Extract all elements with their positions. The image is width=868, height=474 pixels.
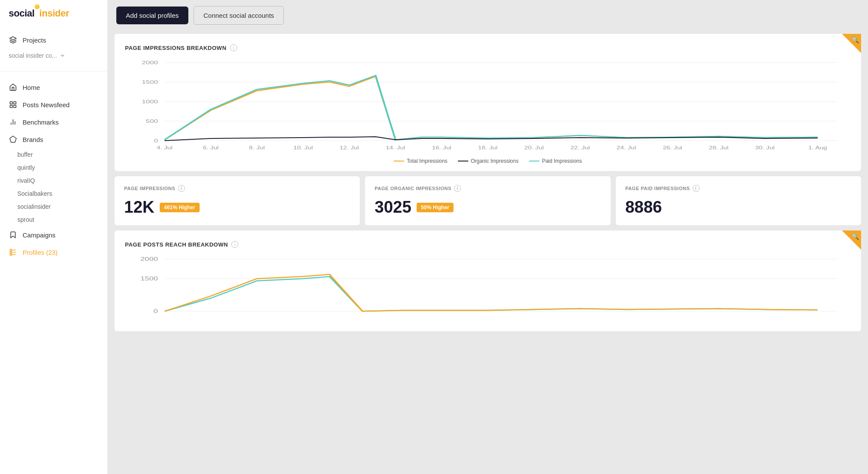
impressions-chart-area: 2000 1500 1000 500 0 4. Jul 6. Jul 8. Ju… <box>125 58 851 154</box>
brand-quintly[interactable]: quintly <box>9 161 107 174</box>
grid-icon <box>9 100 17 109</box>
brand-subitems: buffer quintly rivalIQ Socialbakers soci… <box>0 148 107 226</box>
svg-rect-2 <box>14 102 16 104</box>
svg-marker-8 <box>10 136 16 142</box>
svg-text:0: 0 <box>154 138 158 143</box>
main-content: Add social profiles Connect social accou… <box>108 0 868 474</box>
sidebar-item-posts-label: Posts Newsfeed <box>23 101 69 109</box>
svg-text:28. Jul: 28. Jul <box>709 145 729 151</box>
legend-total-label: Total Impressions <box>407 158 447 164</box>
legend-organic-label: Organic Impressions <box>471 158 519 164</box>
stat-organic-title: PAGE ORGANIC IMPRESSIONS i <box>375 185 601 192</box>
sidebar-item-benchmarks[interactable]: Benchmarks <box>0 113 107 131</box>
reach-chart-card: 🔍 PAGE POSTS REACH BREAKDOWN i 2000 1500… <box>115 230 861 331</box>
svg-text:0: 0 <box>154 308 158 314</box>
search-reach-icon: 🔍 <box>852 233 859 240</box>
connect-social-accounts-button[interactable]: Connect social accounts <box>194 6 284 25</box>
stat-organic-info[interactable]: i <box>454 185 461 192</box>
brand-rivaliq[interactable]: rivalIQ <box>9 174 107 187</box>
svg-text:14. Jul: 14. Jul <box>386 145 405 151</box>
svg-text:30. Jul: 30. Jul <box>755 145 775 151</box>
stats-row: PAGE IMPRESSIONS i 12K 461% Higher PAGE … <box>115 176 861 225</box>
svg-text:22. Jul: 22. Jul <box>570 145 590 151</box>
sidebar-item-brands[interactable]: Brands <box>0 131 107 148</box>
logo: social🟡 insider <box>0 0 107 27</box>
legend-total-line <box>394 161 404 161</box>
sidebar: social🟡 insider Projects social insider … <box>0 0 108 474</box>
sidebar-item-posts-newsfeed[interactable]: Posts Newsfeed <box>0 96 107 113</box>
svg-text:1000: 1000 <box>142 99 158 104</box>
bookmark-icon <box>9 230 17 239</box>
impressions-card-header: PAGE IMPRESSIONS BREAKDOWN i <box>125 44 851 51</box>
sidebar-item-benchmarks-label: Benchmarks <box>23 118 59 126</box>
svg-rect-9 <box>10 249 12 251</box>
svg-text:18. Jul: 18. Jul <box>478 145 498 151</box>
stat-organic-impressions: PAGE ORGANIC IMPRESSIONS i 3025 50% High… <box>365 176 610 225</box>
impressions-chart-title: PAGE IMPRESSIONS BREAKDOWN <box>125 45 227 51</box>
search-expand-icon: 🔍 <box>852 36 859 43</box>
svg-text:2000: 2000 <box>140 256 158 262</box>
content-area: 🔍 PAGE IMPRESSIONS BREAKDOWN i 2000 1500 <box>108 30 868 474</box>
brand-sprout[interactable]: sprout <box>9 213 107 226</box>
top-bar: Add social profiles Connect social accou… <box>108 0 868 30</box>
svg-text:1500: 1500 <box>142 79 158 85</box>
home-icon <box>9 83 17 92</box>
brand-socialinsider[interactable]: socialinsider <box>9 200 107 213</box>
sidebar-item-brands-label: Brands <box>23 136 43 143</box>
legend-organic-line <box>458 161 468 161</box>
impressions-info-icon[interactable]: i <box>230 44 237 51</box>
stat-page-impressions: PAGE IMPRESSIONS i 12K 461% Higher <box>115 176 360 225</box>
project-name: social insider co... <box>9 52 57 59</box>
legend-paid-line <box>529 161 539 161</box>
sidebar-item-campaigns-label: Campaigns <box>23 231 56 239</box>
svg-text:1500: 1500 <box>140 276 158 281</box>
svg-rect-4 <box>14 105 16 108</box>
svg-text:26. Jul: 26. Jul <box>663 145 682 151</box>
impressions-chart-card: 🔍 PAGE IMPRESSIONS BREAKDOWN i 2000 1500 <box>115 34 861 171</box>
stat-paid-value: 8886 <box>625 198 852 217</box>
sidebar-section-projects: Projects social insider co... <box>0 27 107 69</box>
legend-organic: Organic Impressions <box>458 158 519 164</box>
sidebar-item-home-label: Home <box>23 84 40 91</box>
svg-text:12. Jul: 12. Jul <box>339 145 359 151</box>
svg-marker-0 <box>10 37 16 40</box>
reach-card-header: PAGE POSTS REACH BREAKDOWN i <box>125 241 851 248</box>
svg-text:20. Jul: 20. Jul <box>524 145 544 151</box>
stat-paid-info[interactable]: i <box>693 185 700 192</box>
svg-text:1. Aug: 1. Aug <box>808 145 827 151</box>
stat-organic-value: 3025 50% Higher <box>375 198 601 217</box>
svg-text:6. Jul: 6. Jul <box>203 145 218 151</box>
impressions-chart-svg: 2000 1500 1000 500 0 4. Jul 6. Jul 8. Ju… <box>125 58 851 154</box>
stat-impressions-badge: 461% Higher <box>160 203 200 212</box>
brand-buffer[interactable]: buffer <box>9 148 107 161</box>
legend-total: Total Impressions <box>394 158 447 164</box>
diamond-icon <box>9 135 17 144</box>
sidebar-item-home[interactable]: Home <box>0 79 107 96</box>
sidebar-nav: Home Posts Newsfeed Benchmarks Brands bu… <box>0 74 107 265</box>
svg-text:16. Jul: 16. Jul <box>432 145 451 151</box>
add-social-profiles-button[interactable]: Add social profiles <box>116 7 188 24</box>
svg-rect-1 <box>10 102 12 104</box>
impressions-legend: Total Impressions Organic Impressions Pa… <box>125 158 851 164</box>
svg-text:10. Jul: 10. Jul <box>293 145 313 151</box>
svg-text:24. Jul: 24. Jul <box>617 145 636 151</box>
stat-paid-title: PAGE PAID IMPRESSIONS i <box>625 185 852 192</box>
stat-impressions-info[interactable]: i <box>178 185 185 192</box>
legend-paid-label: Paid Impressions <box>542 158 582 164</box>
reach-chart-svg: 2000 1500 0 <box>125 255 851 324</box>
svg-rect-13 <box>10 254 12 256</box>
sidebar-item-profiles[interactable]: Profiles (23) <box>0 244 107 261</box>
svg-text:500: 500 <box>146 118 158 124</box>
brand-socialbakers[interactable]: Socialbakers <box>9 187 107 200</box>
project-selector[interactable]: social insider co... <box>0 49 107 64</box>
reach-info-icon[interactable]: i <box>231 241 238 248</box>
stat-paid-impressions: PAGE PAID IMPRESSIONS i 8886 <box>616 176 861 225</box>
list-icon <box>9 248 17 257</box>
sidebar-item-projects[interactable]: Projects <box>0 31 107 49</box>
stat-impressions-value: 12K 461% Higher <box>124 198 350 217</box>
stat-organic-badge: 50% Higher <box>417 203 454 212</box>
sidebar-item-campaigns[interactable]: Campaigns <box>0 226 107 244</box>
sidebar-item-profiles-label: Profiles (23) <box>23 249 58 256</box>
svg-text:8. Jul: 8. Jul <box>249 145 265 151</box>
svg-rect-3 <box>10 105 12 108</box>
